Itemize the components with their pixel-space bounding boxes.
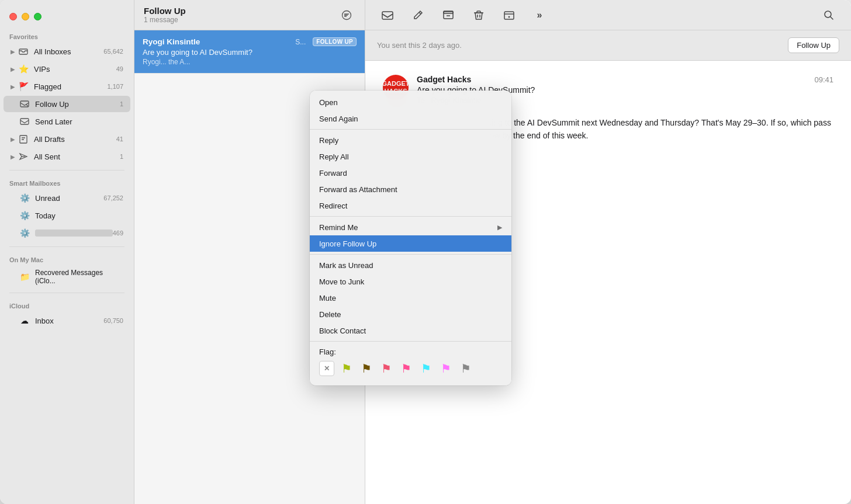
message-subject: Are you going to AI DevSummit? [143,48,357,57]
sidebar-item-send-later[interactable]: Send Later [4,113,130,130]
menu-separator [310,129,511,130]
menu-item-reply-all[interactable]: Reply All [310,148,511,165]
follow-up-badge: FOLLOW UP [313,37,357,46]
sidebar-item-label: Send Later [35,117,123,126]
message-time: S... [295,38,306,46]
flag-button-0[interactable]: ✕ [319,361,334,376]
flag-button-4[interactable]: ⚑ [399,361,414,376]
chevron-icon: ▶ [11,66,15,72]
sidebar-item-label: Flagged [34,82,107,91]
menu-item-open[interactable]: Open [310,94,511,110]
sidebar-item-label: Unread [35,194,103,203]
sidebar-item-recovered[interactable]: 📁 Recovered Messages (iClo... [4,266,130,287]
sent-icon [18,151,29,162]
sidebar-item-badge: 65,642 [103,48,123,55]
gear-icon: ⚙️ [19,227,30,239]
archive-button[interactable] [438,5,459,26]
sidebar-item-inbox[interactable]: ☁ Inbox 60,750 [4,312,130,329]
sidebar: Favorites ▶ All Inboxes 65,642 ▶ ⭐ VIPs … [0,0,134,504]
smart-mailboxes-header: Smart Mailboxes [0,175,134,189]
menu-item-mute[interactable]: Mute [310,290,511,306]
flag-button-7[interactable]: ⚑ [458,361,473,376]
menu-separator [310,341,511,342]
email-sender-name: Gadget Hacks [417,75,471,84]
sidebar-item-label: Follow Up [35,100,120,109]
sidebar-item-unread[interactable]: ⚙️ Unread 67,252 [4,190,130,206]
delete-button[interactable] [468,5,489,26]
sidebar-item-label: All Inboxes [34,47,103,56]
context-menu: OpenSend AgainReplyReply AllForwardForwa… [310,91,511,385]
follow-up-icon [19,98,30,110]
menu-flags-section: Flag:✕⚑⚑⚑⚑⚑⚑⚑ [310,344,511,382]
mail-window: Favorites ▶ All Inboxes 65,642 ▶ ⭐ VIPs … [0,0,851,504]
menu-item-reply[interactable]: Reply [310,132,511,148]
menu-item-delete[interactable]: Delete [310,306,511,322]
middle-header: Follow Up 1 message [134,0,365,30]
sidebar-item-badge: 41 [116,135,123,142]
follow-up-notice: You sent this 2 days ago. [377,41,788,50]
flag-button-5[interactable]: ⚑ [418,361,434,376]
svg-rect-6 [444,12,453,19]
close-button[interactable] [9,13,17,20]
follow-up-button[interactable]: Follow Up [788,37,839,53]
minimize-button[interactable] [22,13,29,20]
menu-item-block-contact[interactable]: Block Contact [310,322,511,339]
flag-button-1[interactable]: ⚑ [339,361,354,376]
menu-item-redirect[interactable]: Redirect [310,197,511,214]
svg-point-9 [825,11,831,18]
new-message-button[interactable] [377,5,398,26]
sidebar-item-label: Inbox [35,317,103,325]
menu-item-mark-unread[interactable]: Mark as Unread [310,257,511,273]
email-time: 09:41 [814,75,833,84]
sidebar-item-all-inboxes[interactable]: ▶ All Inboxes 65,642 [4,43,130,60]
sidebar-item-label: Today [35,211,123,220]
menu-item-send-again[interactable]: Send Again [310,110,511,127]
sidebar-item-follow-up[interactable]: Follow Up 1 [4,96,130,112]
more-button[interactable]: » [529,5,550,26]
sidebar-item-today[interactable]: ⚙️ Today [4,207,130,224]
svg-rect-8 [504,12,514,19]
sidebar-item-badge: 60,750 [103,317,123,324]
favorites-section-header: Favorites [0,29,134,43]
menu-item-remind-me[interactable]: Remind Me▶ [310,219,511,235]
flag-button-3[interactable]: ⚑ [379,361,394,376]
right-panel-header: You sent this 2 days ago. Follow Up [365,30,851,61]
sidebar-item-badge: 469 [113,230,123,237]
flag-icon: 🚩 [18,81,29,92]
folder-title: Follow Up 1 message [144,6,331,24]
chevron-icon: ▶ [11,154,15,160]
separator [9,293,124,293]
inbox-icon [18,46,29,57]
flag-button-2[interactable]: ⚑ [359,361,374,376]
submenu-arrow-icon: ▶ [497,224,502,231]
menu-item-ignore-follow-up[interactable]: Ignore Follow Up [310,235,511,252]
compose-button[interactable] [407,5,428,26]
flag-button-6[interactable]: ⚑ [438,361,454,376]
junk-button[interactable] [499,5,520,26]
sidebar-item-label: VIPs [34,65,116,74]
maximize-button[interactable] [34,13,41,20]
menu-item-forward-attachment[interactable]: Forward as Attachment [310,181,511,197]
sidebar-item-all-sent[interactable]: ▶ All Sent 1 [4,148,130,165]
sidebar-item-label: Recovered Messages (iClo... [35,269,123,285]
sidebar-item-smart3[interactable]: ⚙️ 469 [4,225,130,241]
sidebar-item-vips[interactable]: ▶ ⭐ VIPs 49 [4,61,130,77]
sort-icon[interactable] [338,6,355,24]
svg-rect-7 [444,11,453,13]
menu-item-forward[interactable]: Forward [310,165,511,181]
chevron-icon: ▶ [11,48,15,55]
message-header: Ryogi Kinsintle S... FOLLOW UP [143,37,357,46]
clock-icon [19,116,30,127]
message-count: 1 message [144,16,331,24]
chevron-icon: ▶ [11,84,15,90]
sidebar-item-label: All Drafts [34,135,116,144]
folder-name: Follow Up [144,6,331,16]
sidebar-item-all-drafts[interactable]: ▶ All Drafts 41 [4,131,130,147]
message-item[interactable]: Ryogi Kinsintle S... FOLLOW UP Are you g… [134,30,365,74]
menu-item-move-junk[interactable]: Move to Junk [310,273,511,290]
menu-separator [310,254,511,255]
more-icon: » [537,10,542,20]
search-button[interactable] [818,5,839,26]
gear-icon: ⚙️ [19,192,30,204]
sidebar-item-flagged[interactable]: ▶ 🚩 Flagged 1,107 [4,78,130,95]
